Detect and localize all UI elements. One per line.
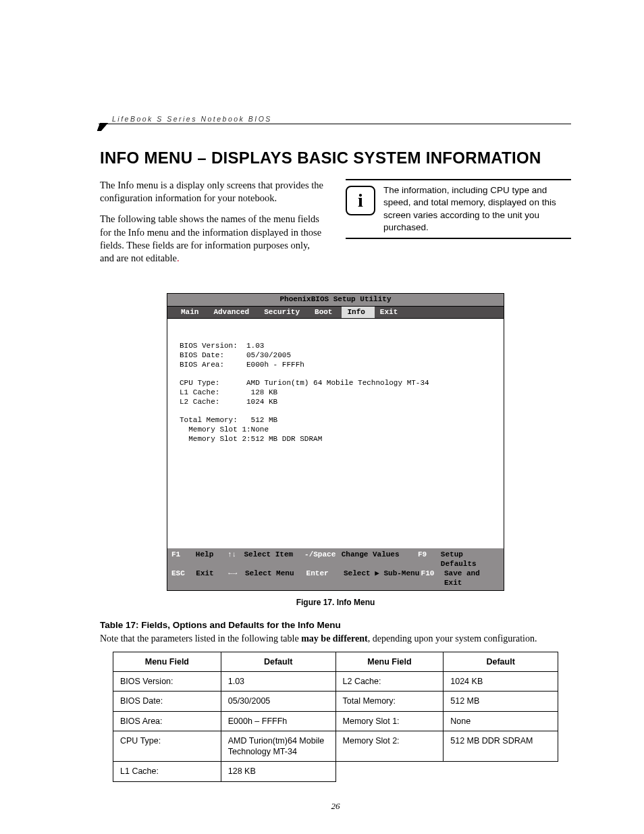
table-cell: BIOS Version: — [113, 672, 221, 692]
intro-right-column: i The information, including CPU type an… — [346, 179, 571, 273]
table-note: Note that the parameters listed in the f… — [100, 633, 571, 645]
table-header: Default — [221, 652, 336, 671]
table-cell: 05/30/2005 — [221, 692, 336, 711]
table-note-b: may be different — [301, 633, 368, 644]
bios-key-f9: F9 — [418, 550, 441, 569]
table-cell — [444, 762, 558, 781]
bios-action-change-values: Change Values — [342, 550, 418, 569]
bios-footer-row-2: ESC Exit ←→ Select Menu Enter Select ▶ S… — [171, 569, 500, 588]
bios-tab-bar: MainAdvancedSecurityBootInfoExit — [167, 307, 504, 319]
table-cell: 1024 KB — [444, 672, 558, 692]
bios-key-f10: F10 — [421, 569, 444, 588]
table-cell: Memory Slot 2: — [336, 731, 444, 762]
table-cell: L1 Cache: — [113, 762, 221, 781]
fields-table: Menu FieldDefaultMenu FieldDefault BIOS … — [113, 652, 558, 782]
intro-columns: The Info menu is a display only screens … — [100, 179, 571, 273]
table-header-row: Menu FieldDefaultMenu FieldDefault — [113, 652, 558, 671]
bios-key-updown: ↑↓ — [227, 550, 244, 569]
table-row: CPU Type:AMD Turion(tm)64 Mobile Technol… — [113, 731, 558, 762]
info-note: i The information, including CPU type an… — [346, 179, 571, 239]
table-header: Menu Field — [113, 652, 221, 671]
bios-screenshot: PhoenixBIOS Setup Utility MainAdvancedSe… — [167, 293, 504, 592]
page: LifeBook S Series Notebook BIOS INFO MEN… — [0, 0, 644, 834]
table-row: BIOS Date:05/30/2005Total Memory:512 MB — [113, 692, 558, 711]
bios-footer-row-1: F1 Help ↑↓ Select Item -/Space Change Va… — [171, 550, 500, 569]
table-header: Default — [444, 652, 558, 671]
bios-title: PhoenixBIOS Setup Utility — [167, 294, 504, 307]
bios-action-select-item: Select Item — [244, 550, 304, 569]
intro-left-column: The Info menu is a display only screens … — [100, 179, 325, 273]
bios-body: BIOS Version: 1.03 BIOS Date: 05/30/2005… — [167, 319, 504, 548]
bios-tab-exit: Exit — [375, 307, 407, 319]
table-cell: E000h – FFFFh — [221, 711, 336, 731]
bios-action-help: Help — [196, 550, 227, 569]
table-cell: 1.03 — [221, 672, 336, 692]
bios-tab-info: Info — [342, 307, 374, 319]
bios-tab-boot: Boot — [309, 307, 342, 319]
table-header: Menu Field — [336, 652, 444, 671]
info-note-text: The information, including CPU type and … — [383, 184, 571, 234]
page-number: 26 — [100, 801, 571, 812]
table-cell: Memory Slot 1: — [336, 711, 444, 731]
info-icon: i — [346, 186, 375, 215]
table-cell: CPU Type: — [113, 731, 221, 762]
table-cell: 128 KB — [221, 762, 336, 781]
bios-key-esc: ESC — [171, 569, 196, 588]
bios-action-setup-defaults: Setup Defaults — [441, 550, 500, 569]
bios-tab-security: Security — [259, 307, 309, 319]
table-cell: 512 MB — [444, 692, 558, 711]
table-cell: Total Memory: — [336, 692, 444, 711]
page-title: INFO MENU – DISPLAYS BASIC SYSTEM INFORM… — [100, 147, 571, 168]
bios-key-enter: Enter — [306, 569, 344, 588]
bios-key-leftright: ←→ — [228, 569, 245, 588]
table-cell: 512 MB DDR SDRAM — [444, 731, 558, 762]
bios-action-save-exit: Save and Exit — [444, 569, 500, 588]
table-note-c: , depending upon your system configurati… — [368, 633, 537, 644]
table-title: Table 17: Fields, Options and Defaults f… — [100, 619, 571, 631]
table-cell: AMD Turion(tm)64 Mobile Technology MT-34 — [221, 731, 336, 762]
header-rule — [99, 124, 571, 124]
intro-p2-text: The following table shows the names of t… — [100, 213, 321, 263]
table-row: L1 Cache:128 KB — [113, 762, 558, 781]
intro-p2-period: . — [177, 253, 180, 263]
figure-caption: Figure 17. Info Menu — [100, 598, 571, 608]
bios-tab-main: Main — [176, 307, 208, 319]
table-cell: L2 Cache: — [336, 672, 444, 692]
table-note-a: Note that the parameters listed in the f… — [100, 633, 301, 644]
table-cell: BIOS Date: — [113, 692, 221, 711]
intro-p1: The Info menu is a display only screens … — [100, 179, 325, 205]
bios-footer: F1 Help ↑↓ Select Item -/Space Change Va… — [167, 548, 504, 590]
table-cell: None — [444, 711, 558, 731]
bios-action-sub-menu: Select ▶ Sub-Menu — [344, 569, 421, 588]
table-row: BIOS Area:E000h – FFFFhMemory Slot 1:Non… — [113, 711, 558, 731]
bios-action-select-menu: Select Menu — [245, 569, 306, 588]
bios-tab-advanced: Advanced — [208, 307, 259, 319]
bios-action-exit: Exit — [196, 569, 228, 588]
table-cell — [336, 762, 444, 781]
table-row: BIOS Version:1.03L2 Cache:1024 KB — [113, 672, 558, 692]
intro-p2: The following table shows the names of t… — [100, 213, 325, 265]
bios-key-f1: F1 — [171, 550, 196, 569]
running-header: LifeBook S Series Notebook BIOS — [112, 115, 272, 124]
bios-key-space: -/Space — [304, 550, 342, 569]
table-cell: BIOS Area: — [113, 711, 221, 731]
